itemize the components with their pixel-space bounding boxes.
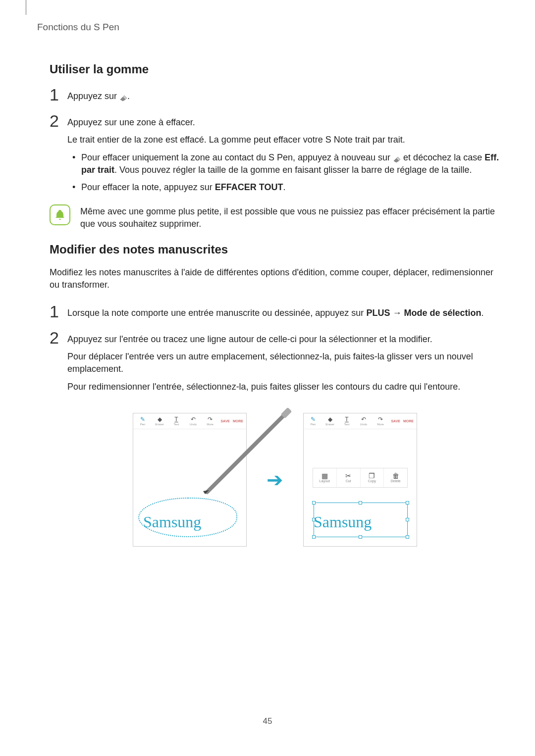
text: . bbox=[127, 91, 130, 101]
toolbar-save[interactable]: SAVE bbox=[391, 419, 400, 423]
section-title-modify: Modifier des notes manuscrites bbox=[50, 243, 500, 256]
step2-line2: Pour déplacer l'entrée vers un autre emp… bbox=[67, 351, 500, 375]
text: Appuyez sur bbox=[67, 91, 119, 101]
figure-panel-right: ✎Pen ◆Eraser TText ↶Undo ↷More SAVE MORE… bbox=[303, 413, 417, 547]
ctx-copy[interactable]: ❐Copy bbox=[361, 468, 384, 487]
context-toolbar: ▦Layout ✂Cut ❐Copy 🗑Delete bbox=[313, 468, 408, 488]
transition-arrow-icon: ➔ bbox=[267, 468, 283, 491]
bullet-item: Pour effacer uniquement la zone au conta… bbox=[81, 151, 500, 176]
text: et décochez la case bbox=[401, 152, 484, 162]
text: Pour effacer uniquement la zone au conta… bbox=[81, 152, 393, 162]
arrow-text: → bbox=[390, 308, 404, 318]
step-number: 2 bbox=[50, 112, 67, 129]
step2-line1: Appuyez sur l'entrée ou tracez une ligne… bbox=[67, 333, 500, 346]
toolbar-eraser[interactable]: ◆Eraser bbox=[323, 416, 336, 426]
ctx-layout[interactable]: ▦Layout bbox=[313, 468, 337, 487]
bullet-item: Pour effacer la note, appuyez sur EFFACE… bbox=[81, 181, 500, 194]
step2-line3: Pour redimensionner l'entrée, sélectionn… bbox=[67, 381, 500, 393]
figure-panel-left: ✎Pen ◆Eraser TText ↶Undo ↷More SAVE MORE… bbox=[133, 413, 247, 547]
text: Lorsque la note comporte une entrée manu… bbox=[67, 308, 366, 318]
step-number: 1 bbox=[50, 303, 67, 320]
note-text: Même avec une gomme plus petite, il est … bbox=[80, 204, 500, 230]
eraser-icon bbox=[119, 93, 127, 101]
toolbar-undo[interactable]: ↶Undo bbox=[187, 416, 200, 426]
figure-toolbar: ✎Pen ◆Eraser TText ↶Undo ↷More SAVE MORE bbox=[304, 413, 417, 429]
bold-label: PLUS bbox=[366, 308, 390, 318]
toolbar-eraser[interactable]: ◆Eraser bbox=[153, 416, 166, 426]
toolbar-text[interactable]: TText bbox=[170, 416, 183, 426]
toolbar-save[interactable]: SAVE bbox=[220, 419, 230, 423]
toolbar-pen[interactable]: ✎Pen bbox=[136, 416, 149, 426]
handwriting-sample: Samsung bbox=[314, 513, 372, 531]
toolbar-more-btn[interactable]: MORE bbox=[233, 419, 243, 423]
figure-row: ✎Pen ◆Eraser TText ↶Undo ↷More SAVE MORE… bbox=[50, 413, 500, 547]
text: . Vous pouvez régler la taille de la gom… bbox=[114, 165, 472, 175]
ctx-delete[interactable]: 🗑Delete bbox=[384, 468, 407, 487]
section-title-eraser: Utiliser la gomme bbox=[50, 62, 500, 76]
bold-label: EFFACER TOUT bbox=[215, 182, 283, 192]
toolbar-text[interactable]: TText bbox=[340, 416, 353, 426]
toolbar-pen[interactable]: ✎Pen bbox=[307, 416, 320, 426]
page-number: 45 bbox=[0, 716, 535, 726]
step2-line1: Appuyez sur une zone à effacer. bbox=[67, 116, 500, 129]
handwriting-sample: Samsung bbox=[143, 513, 201, 531]
svg-rect-6 bbox=[281, 407, 292, 418]
step1-text: Lorsque la note comporte une entrée manu… bbox=[67, 307, 500, 319]
step-number: 2 bbox=[50, 329, 67, 346]
note-bell-icon bbox=[50, 204, 70, 225]
toolbar-more-btn[interactable]: MORE bbox=[403, 419, 414, 423]
step2-line2: Le trait entier de la zone est effacé. L… bbox=[67, 134, 500, 146]
text: . bbox=[283, 182, 286, 192]
step-number: 1 bbox=[50, 86, 67, 103]
step1-text: Appuyez sur . bbox=[67, 90, 500, 102]
toolbar-more[interactable]: ↷More bbox=[374, 416, 387, 426]
figure-toolbar: ✎Pen ◆Eraser TText ↶Undo ↷More SAVE MORE bbox=[133, 413, 246, 429]
text: . bbox=[481, 308, 483, 318]
toolbar-more[interactable]: ↷More bbox=[204, 416, 216, 426]
eraser-icon bbox=[393, 154, 401, 162]
bold-label: Mode de sélection bbox=[404, 308, 481, 318]
ctx-cut[interactable]: ✂Cut bbox=[337, 468, 361, 487]
text: Pour effacer la note, appuyez sur bbox=[81, 182, 215, 192]
section2-intro: Modifiez les notes manuscrites à l'aide … bbox=[50, 266, 500, 291]
page-header: Fonctions du S Pen bbox=[37, 20, 500, 33]
toolbar-undo[interactable]: ↶Undo bbox=[357, 416, 370, 426]
